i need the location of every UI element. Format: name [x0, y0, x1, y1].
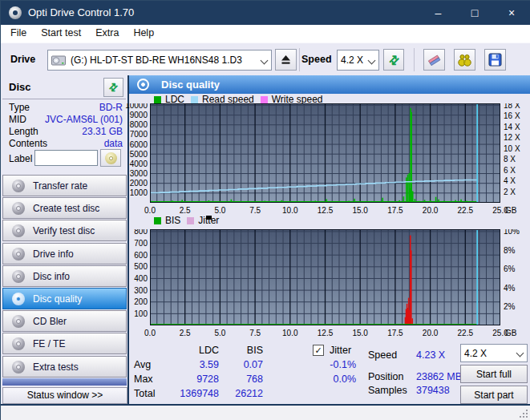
disc-field-type: TypeBD-R [9, 102, 123, 113]
maximize-button[interactable]: □ [456, 1, 493, 25]
max-row-label: Max [134, 374, 153, 385]
svg-text:5000: 5000 [130, 150, 148, 159]
test-speed-select[interactable]: 4.2 X [460, 344, 528, 362]
svg-text:4000: 4000 [130, 160, 148, 168]
write-label-button[interactable] [100, 149, 121, 167]
eject-icon [281, 55, 291, 65]
svg-text:500: 500 [134, 262, 148, 271]
bis-column-header: BIS [227, 345, 263, 356]
start-full-button[interactable]: Start full [460, 365, 528, 383]
samples-stat-label: Samples [368, 385, 407, 396]
svg-text:100: 100 [134, 309, 148, 318]
status-window-button[interactable]: Status window >> [2, 387, 127, 404]
svg-text:8000: 8000 [130, 120, 148, 129]
avg-jitter-value: -0.1% [318, 359, 356, 370]
close-button[interactable]: × [493, 1, 530, 25]
sidebar-item-label: CD Bler [33, 316, 67, 327]
eject-button[interactable] [275, 49, 297, 71]
jitter-threshold-marker [206, 216, 212, 220]
jitter-legend-swatch [187, 217, 194, 224]
svg-text:22.5: 22.5 [458, 329, 474, 337]
speed-stat-value: 4.23 X [416, 349, 445, 361]
panel-title: Disc quality [161, 79, 220, 91]
svg-text:15.0: 15.0 [352, 206, 368, 215]
binoculars-icon [457, 53, 472, 67]
avg-ldc-value: 3.59 [169, 359, 219, 370]
menu-start-test[interactable]: Start test [34, 25, 88, 41]
read-speed-legend-swatch [191, 96, 198, 103]
disc-refresh-button[interactable] [103, 78, 123, 97]
sidebar-item-label: Verify test disc [33, 225, 95, 236]
speed-select[interactable]: 4.2 X [337, 50, 379, 71]
write-speed-legend-swatch [261, 96, 268, 103]
minimize-button[interactable]: – [420, 1, 456, 25]
field-label: Contents [9, 138, 47, 149]
window-title: Opti Drive Control 1.70 [28, 6, 134, 18]
svg-text:800: 800 [134, 229, 148, 236]
max-ldc-value: 9728 [169, 374, 219, 385]
svg-text:10 X: 10 X [504, 144, 520, 153]
chevron-down-icon [516, 349, 524, 357]
svg-text:GB: GB [505, 206, 517, 215]
rescan-drive-button[interactable] [383, 49, 404, 71]
svg-text:12 X: 12 X [504, 133, 520, 142]
disc-icon [137, 79, 149, 91]
sidebar-item-cd-bler[interactable]: CD Bler [2, 310, 127, 332]
sidebar-item-drive-info[interactable]: Drive info [2, 243, 127, 265]
sidebar-item-disc-quality[interactable]: Disc quality [2, 288, 127, 309]
status-bar: Test completed 100.0% 31:29 [1, 406, 530, 420]
svg-text:2 X: 2 X [504, 188, 516, 196]
disc-icon [12, 361, 25, 374]
max-jitter-value: 0.0% [318, 374, 356, 385]
resize-grip[interactable] [526, 416, 528, 418]
svg-text:22.5: 22.5 [458, 206, 474, 215]
field-value: JVC-AMS6L (001) [45, 114, 123, 125]
panel-header: Disc quality [129, 75, 530, 94]
label-input[interactable] [34, 150, 98, 166]
ldc-legend-swatch [154, 96, 161, 103]
save-button[interactable] [484, 49, 506, 71]
svg-text:GB: GB [505, 329, 517, 337]
bis-legend-swatch [154, 217, 161, 224]
bis-jitter-chart: 1002003004005006007008002%4%6%8%10%0.02.… [119, 229, 530, 342]
disc-icon [12, 248, 25, 260]
erase-disc-button[interactable] [423, 49, 445, 71]
svg-text:2.5: 2.5 [180, 206, 191, 215]
svg-text:7.5: 7.5 [249, 329, 261, 337]
title-bar: Opti Drive Control 1.70 – □ × [1, 1, 530, 25]
disc-icon [12, 337, 25, 350]
total-row-label: Total [134, 388, 155, 399]
speed-label: Speed [301, 54, 332, 65]
svg-text:6%: 6% [504, 265, 516, 273]
start-part-button[interactable]: Start part [460, 386, 528, 404]
disc-field-mid: MIDJVC-AMS6L (001) [9, 114, 123, 125]
disc-field-length: Length23.31 GB [9, 126, 123, 137]
sidebar-item-transfer-rate[interactable]: Transfer rate [2, 175, 127, 196]
avg-bis-value: 0.07 [227, 359, 263, 370]
menu-help[interactable]: Help [126, 25, 161, 41]
menu-file[interactable]: File [3, 25, 34, 41]
sidebar-item-fe-te[interactable]: FE / TE [2, 333, 127, 354]
total-bis-value: 26212 [227, 388, 263, 399]
svg-text:8 X: 8 X [504, 155, 516, 164]
disc-icon [12, 293, 25, 305]
jitter-checkbox[interactable]: ✓ [313, 345, 324, 356]
sidebar-item-label: Drive info [33, 248, 74, 260]
svg-text:14 X: 14 X [504, 123, 520, 131]
sidebar-item-disc-info[interactable]: Disc info [2, 265, 127, 287]
sidebar-item-create-test-disc[interactable]: Create test disc [2, 197, 127, 219]
field-label: MID [9, 114, 26, 125]
svg-text:4%: 4% [504, 284, 516, 293]
scan-errors-button[interactable] [454, 49, 475, 71]
svg-text:7.5: 7.5 [249, 206, 261, 215]
svg-text:18 X: 18 X [504, 103, 520, 110]
sidebar-item-verify-test-disc[interactable]: Verify test disc [2, 220, 127, 241]
svg-text:10%: 10% [504, 229, 520, 236]
svg-text:2%: 2% [504, 302, 516, 311]
sidebar-item-label: Create test disc [33, 203, 99, 214]
disc-field-contents: Contentsdata [9, 138, 123, 149]
sidebar-item-extra-tests[interactable]: Extra tests [2, 356, 127, 378]
drive-select[interactable]: (G:) HL-DT-ST BD-RE WH16NS48 1.D3 [47, 50, 272, 71]
svg-text:8%: 8% [504, 246, 516, 255]
menu-extra[interactable]: Extra [88, 25, 126, 41]
